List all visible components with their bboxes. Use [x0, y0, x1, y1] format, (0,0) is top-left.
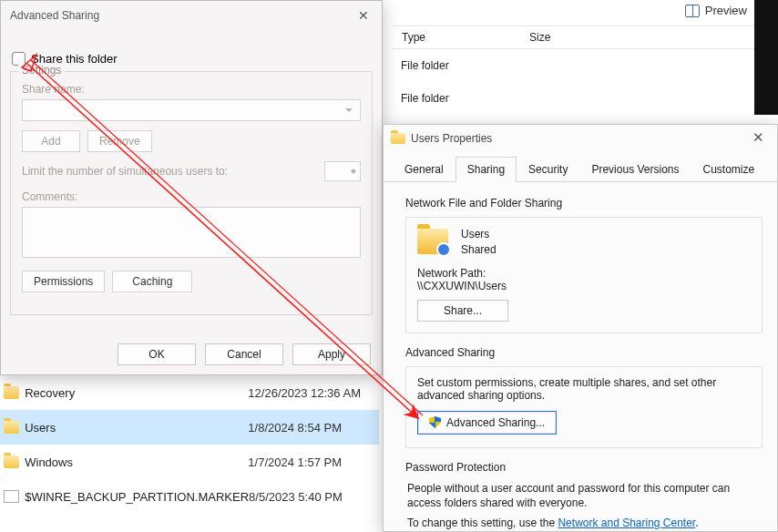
file-name: Users [25, 421, 248, 435]
col-size[interactable]: Size [520, 31, 559, 44]
tab-customize[interactable]: Customize [691, 157, 766, 182]
tab-sharing[interactable]: Sharing [456, 157, 517, 182]
properties-title: Users Properties [411, 132, 492, 145]
tab-previous-versions[interactable]: Previous Versions [579, 157, 691, 182]
advanced-sharing-desc: Set custom permissions, create multiple … [417, 376, 751, 402]
advanced-sharing-title: Advanced Sharing [405, 346, 763, 359]
file-date: 8/5/2023 5:40 PM [249, 490, 379, 504]
properties-close-button[interactable]: ✕ [742, 127, 773, 148]
share-button[interactable]: Share... [417, 300, 508, 322]
file-row[interactable]: Users1/8/2024 8:54 PM [0, 410, 379, 445]
settings-legend: Settings [18, 64, 65, 77]
network-path-value: \\CXXUWIN\Users [417, 280, 751, 292]
network-sharing-box: Users Shared Network Path: \\CXXUWIN\Use… [405, 217, 763, 333]
share-name-label: Share name: [22, 83, 361, 96]
limit-label: Limit the number of simultaneous users t… [22, 165, 228, 178]
file-name: $WINRE_BACKUP_PARTITION.MARKER [25, 490, 249, 504]
advanced-sharing-dialog: Advanced Sharing ✕ Share this folder Set… [0, 0, 383, 375]
file-name: Recovery [25, 386, 248, 400]
folder-icon [4, 386, 19, 399]
limit-spinner[interactable] [324, 161, 361, 181]
file-row[interactable]: Recovery12/26/2023 12:36 AM [0, 375, 379, 410]
tab-strip: General Sharing Security Previous Versio… [384, 156, 777, 182]
permissions-button[interactable]: Permissions [22, 271, 105, 292]
network-sharing-title: Network File and Folder Sharing [405, 197, 763, 210]
shared-folder-state: Shared [461, 242, 496, 258]
folder-icon [4, 421, 19, 434]
close-button[interactable]: ✕ [351, 5, 376, 26]
share-name-select[interactable] [22, 99, 361, 121]
file-name: Windows [25, 455, 248, 469]
add-button[interactable]: Add [22, 130, 80, 152]
col-type[interactable]: Type [393, 31, 520, 44]
file-list: Recovery12/26/2023 12:36 AMUsers1/8/2024… [0, 375, 379, 514]
side-strip [754, 0, 778, 115]
file-row[interactable]: Windows1/7/2024 1:57 PM [0, 445, 379, 479]
advanced-sharing-button[interactable]: Advanced Sharing... [417, 411, 557, 435]
password-protection-box: People without a user account and passwo… [405, 481, 763, 531]
shield-icon [429, 416, 441, 428]
preview-button[interactable]: Preview [685, 4, 747, 17]
preview-label: Preview [705, 4, 747, 17]
shared-folder-info: Users Shared [461, 227, 496, 258]
caching-button[interactable]: Caching [112, 271, 192, 292]
column-headers: Type Size [393, 26, 778, 49]
file-row[interactable]: $WINRE_BACKUP_PARTITION.MARKER8/5/2023 5… [0, 479, 379, 514]
dialog-actions: OK Cancel Apply [118, 343, 371, 365]
password-protection-desc: People without a user account and passwo… [407, 481, 761, 510]
advanced-sharing-button-label: Advanced Sharing... [446, 416, 545, 429]
preview-icon [685, 5, 700, 17]
apply-button[interactable]: Apply [292, 343, 371, 365]
remove-button[interactable]: Remove [87, 130, 152, 152]
folder-icon [4, 455, 19, 468]
shared-folder-name: Users [461, 227, 496, 242]
comments-label: Comments: [22, 190, 361, 203]
password-change-line: To change this setting, use the Network … [407, 516, 761, 530]
network-sharing-center-link[interactable]: Network and Sharing Center [558, 517, 695, 529]
file-icon [4, 490, 19, 503]
advanced-sharing-box: Set custom permissions, create multiple … [405, 366, 763, 448]
shared-folder-icon [417, 229, 448, 254]
cancel-button[interactable]: Cancel [205, 343, 283, 365]
comments-textarea[interactable] [22, 207, 361, 258]
settings-group: Settings Share name: Add Remove Limit th… [10, 71, 373, 315]
password-protection-title: Password Protection [405, 461, 763, 474]
ok-button[interactable]: OK [118, 343, 196, 365]
tab-general[interactable]: General [393, 157, 456, 182]
network-path-label: Network Path: [417, 267, 751, 280]
tab-security[interactable]: Security [517, 157, 579, 182]
file-date: 1/7/2024 1:57 PM [248, 455, 379, 469]
users-properties-dialog: Users Properties ✕ General Sharing Secur… [383, 124, 778, 532]
dialog-title: Advanced Sharing [1, 1, 382, 30]
folder-icon [391, 133, 405, 144]
sharing-tab-body: Network File and Folder Sharing Users Sh… [384, 182, 777, 532]
file-date: 1/8/2024 8:54 PM [248, 421, 379, 435]
properties-title-bar: Users Properties [384, 125, 777, 152]
file-date: 12/26/2023 12:36 AM [248, 386, 379, 400]
